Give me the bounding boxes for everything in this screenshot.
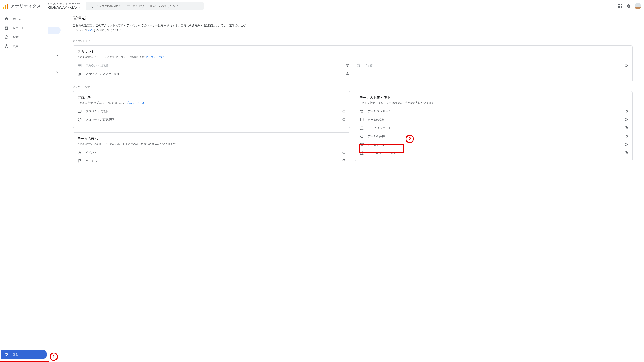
subpanel-collapse-2[interactable]	[54, 68, 60, 75]
sidebar-item-label: 探索	[13, 35, 18, 39]
help-icon[interactable]	[342, 118, 346, 122]
entry-label: データ インポート	[368, 126, 621, 130]
sidebar-item-reports[interactable]: レポート	[0, 23, 48, 32]
left-sidebar: ホーム レポート 探索 広告 管理	[0, 12, 48, 362]
collapse-sidebar-button[interactable]	[50, 353, 56, 359]
card-desc-text: これらの設定はプロパティに影響します	[78, 101, 126, 104]
search-box[interactable]	[86, 2, 204, 10]
entry-data-retention[interactable]: データの保持	[360, 132, 628, 140]
trash-icon	[356, 64, 361, 68]
chevron-up-icon	[55, 53, 58, 57]
help-icon[interactable]	[624, 109, 628, 113]
entry-property-history[interactable]: プロパティの変更履歴	[78, 115, 346, 124]
people-icon	[78, 72, 82, 76]
entry-trash[interactable]: ゴミ箱	[356, 61, 628, 70]
explore-icon	[4, 35, 9, 39]
subpanel-collapse-1[interactable]	[54, 52, 60, 59]
svg-point-0	[90, 5, 92, 7]
svg-rect-5	[6, 28, 6, 29]
entry-label: データの保持	[368, 135, 621, 138]
help-icon[interactable]: ?	[626, 4, 631, 8]
entry-label: キーイベント	[86, 159, 339, 163]
chevron-left-icon	[51, 354, 54, 358]
entry-label: データフィルタ	[368, 143, 621, 147]
svg-line-1	[92, 7, 93, 7]
svg-point-17	[79, 73, 80, 74]
section-label-account: アカウント設定	[73, 39, 633, 43]
property-picker[interactable]: すべてのアカウント > symmetric RIDEAWAY - GA4	[47, 2, 81, 9]
card-description: これらの設定はアナリティクス アカウントに影響します アカウントとは	[78, 55, 628, 59]
property-name-text: RIDEAWAY - GA4	[47, 5, 78, 10]
sidebar-item-home[interactable]: ホーム	[0, 14, 48, 23]
retention-icon	[360, 134, 364, 138]
entry-data-import[interactable]: データ インポート	[360, 124, 628, 132]
entry-data-collection[interactable]: データの収集	[360, 115, 628, 124]
svg-point-28	[344, 120, 344, 120]
svg-rect-6	[6, 27, 7, 29]
history-icon	[78, 118, 82, 122]
card-description: これらの設定により、データの収集方法と変更方法が決まります	[360, 101, 628, 105]
gear-icon	[4, 352, 9, 357]
help-icon[interactable]	[342, 109, 346, 113]
svg-point-22	[626, 66, 626, 66]
sidebar-item-label: ホーム	[13, 17, 22, 21]
card-details-icon	[78, 109, 82, 113]
card-title: プロパティ	[78, 95, 346, 100]
entry-label: データ削除リクエスト	[368, 151, 621, 155]
apps-grid-icon[interactable]	[618, 4, 623, 8]
ads-icon	[4, 44, 9, 48]
entry-data-filters[interactable]: データフィルタ	[360, 140, 628, 149]
home-icon	[4, 17, 9, 21]
help-icon[interactable]	[624, 151, 628, 155]
svg-point-40	[626, 128, 626, 129]
svg-point-30	[344, 153, 344, 153]
card-account: アカウント これらの設定はアナリティクス アカウントに影響します アカウントとは…	[73, 45, 633, 82]
svg-point-36	[361, 118, 364, 119]
divider	[73, 36, 633, 36]
help-icon[interactable]	[624, 134, 628, 138]
card-data-collection: データの収集と修正 これらの設定により、データの収集方法と変更方法が決まります …	[355, 91, 633, 161]
help-icon[interactable]	[624, 126, 628, 130]
entry-key-events[interactable]: キーイベント	[78, 157, 346, 165]
search-input[interactable]	[96, 4, 200, 7]
svg-rect-7	[7, 27, 8, 29]
svg-rect-23	[78, 110, 82, 113]
svg-point-35	[626, 112, 626, 112]
entry-account-details[interactable]: アカウントの詳細	[78, 61, 349, 70]
help-icon[interactable]	[624, 143, 628, 147]
settings-link[interactable]: 設定	[88, 28, 94, 32]
card-data-display: データの表示 これらの設定により、データがレポート上にどのように表示されるかが決…	[73, 132, 350, 169]
entry-account-access[interactable]: アカウントのアクセス管理	[78, 70, 349, 78]
main-content: 管理者 これらの設定は、このアカウントとプロパティのすべてのユーザーに適用されま…	[48, 12, 644, 362]
entry-data-deletion[interactable]: データ削除リクエスト	[360, 149, 628, 157]
avatar[interactable]	[634, 3, 641, 9]
card-title: データの表示	[78, 136, 346, 141]
entry-events[interactable]: イベント	[78, 148, 346, 157]
logo-group[interactable]: アナリティクス	[3, 2, 44, 10]
entry-data-streams[interactable]: データ ストリーム	[360, 107, 628, 115]
card-property: プロパティ これらの設定はプロパティに影響します プロパティとは プロパティの詳…	[73, 91, 350, 128]
entry-label: データの収集	[368, 118, 621, 122]
help-icon[interactable]	[342, 159, 346, 163]
section-label-property: プロパティ設定	[73, 85, 633, 89]
entry-label: イベント	[86, 151, 339, 154]
touch-icon	[78, 150, 82, 155]
chevron-up-icon	[55, 70, 58, 74]
card-description: これらの設定により、データがレポート上にどのように表示されるかが決まります	[78, 142, 346, 146]
learn-property-link[interactable]: プロパティとは	[126, 101, 144, 104]
svg-text:?: ?	[628, 4, 629, 7]
help-icon[interactable]	[624, 64, 628, 68]
sidebar-item-ads[interactable]: 広告	[0, 42, 48, 51]
sidebar-item-explore[interactable]: 探索	[0, 32, 48, 42]
sidebar-item-label: 広告	[13, 44, 18, 48]
page-desc-text: ] に移動してください。	[94, 28, 124, 32]
entry-property-details[interactable]: プロパティの詳細	[78, 107, 346, 115]
database-icon	[360, 118, 364, 122]
sidebar-item-admin[interactable]: 管理	[1, 350, 47, 359]
app-header: アナリティクス すべてのアカウント > symmetric RIDEAWAY -…	[0, 0, 644, 12]
help-icon[interactable]	[346, 64, 349, 68]
help-icon[interactable]	[624, 118, 628, 122]
help-icon[interactable]	[346, 72, 349, 76]
learn-account-link[interactable]: アカウントとは	[145, 56, 164, 58]
help-icon[interactable]	[342, 151, 346, 155]
